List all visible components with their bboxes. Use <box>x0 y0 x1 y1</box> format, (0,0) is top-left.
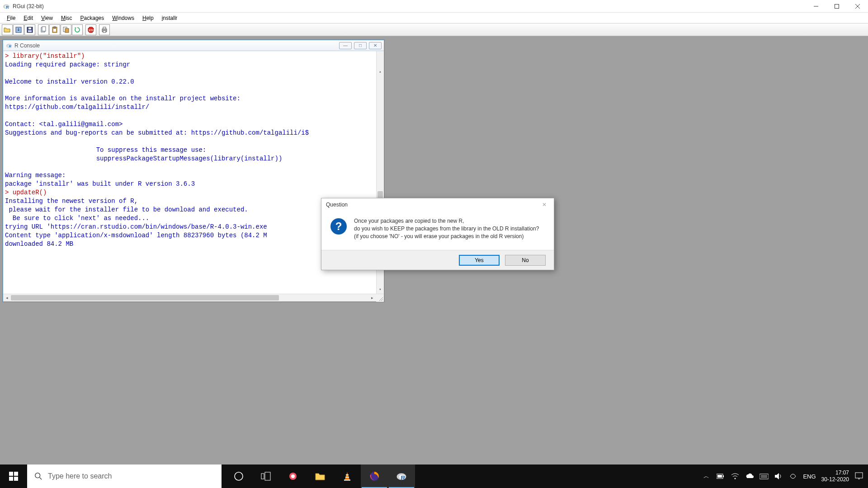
battery-icon[interactable] <box>716 474 725 479</box>
scroll-right-icon[interactable]: ▸ <box>368 294 376 301</box>
toolbar: STOP <box>0 23 868 36</box>
connect-icon[interactable] <box>788 473 797 480</box>
svg-line-27 <box>381 299 383 301</box>
wifi-icon[interactable] <box>731 473 740 479</box>
svg-rect-30 <box>9 477 13 481</box>
svg-rect-51 <box>760 474 769 479</box>
start-button[interactable] <box>0 465 27 488</box>
svg-marker-54 <box>775 473 779 479</box>
hscroll-thumb[interactable] <box>11 295 279 300</box>
console-title: R Console <box>14 42 40 49</box>
menu-file[interactable]: File <box>3 14 19 23</box>
stop-icon[interactable]: STOP <box>85 24 96 35</box>
menu-misc[interactable]: Misc <box>57 14 76 23</box>
svg-rect-28 <box>9 472 13 476</box>
vlc-icon[interactable] <box>334 465 361 488</box>
tray-chevron-icon[interactable]: ︿ <box>702 472 711 480</box>
console-maximize-button[interactable]: □ <box>354 42 367 49</box>
scroll-left-icon[interactable]: ◂ <box>3 294 11 301</box>
svg-point-32 <box>35 473 40 478</box>
svg-rect-15 <box>53 29 56 32</box>
svg-rect-12 <box>42 27 46 31</box>
keyboard-icon[interactable] <box>760 473 769 479</box>
svg-text:R: R <box>6 5 9 9</box>
svg-text:STOP: STOP <box>89 29 94 32</box>
no-button[interactable]: No <box>505 255 546 266</box>
svg-rect-48 <box>723 475 724 477</box>
app-snip-icon[interactable] <box>279 465 307 488</box>
horizontal-scrollbar[interactable]: ◂ ▸ <box>3 294 384 301</box>
svg-line-26 <box>379 297 383 301</box>
rgui-taskbar-icon[interactable]: R <box>388 465 415 488</box>
svg-point-34 <box>235 472 243 480</box>
dialog-title: Question <box>326 202 348 208</box>
volume-icon[interactable] <box>774 473 783 480</box>
console-minimize-button[interactable]: — <box>339 42 352 49</box>
question-dialog: Question ✕ ? Once your packages are copi… <box>321 198 554 270</box>
taskview-icon[interactable] <box>252 465 279 488</box>
question-icon: ? <box>330 218 347 235</box>
menu-packages[interactable]: Packages <box>76 14 108 23</box>
svg-point-38 <box>291 474 295 478</box>
menu-help[interactable]: Help <box>138 14 158 23</box>
search-icon <box>34 472 42 480</box>
file-explorer-icon[interactable] <box>307 465 334 488</box>
scroll-up-icon[interactable]: ▴ <box>377 68 384 76</box>
close-button[interactable] <box>847 0 868 13</box>
taskbar-search[interactable]: Type here to search <box>27 465 222 488</box>
menu-bar: File Edit View Misc Packages Windows Hel… <box>0 13 868 23</box>
clock[interactable]: 17:07 30-12-2020 <box>821 469 849 483</box>
console-close-button[interactable]: ✕ <box>369 42 382 49</box>
maximize-button[interactable] <box>826 0 847 13</box>
svg-rect-35 <box>261 474 264 479</box>
refresh-icon[interactable] <box>72 24 83 35</box>
minimize-button[interactable] <box>806 0 826 13</box>
dialog-titlebar[interactable]: Question ✕ <box>321 198 554 211</box>
svg-rect-17 <box>65 28 69 33</box>
console-titlebar[interactable]: R R Console — □ ✕ <box>3 40 384 51</box>
cortana-icon[interactable] <box>225 465 252 488</box>
svg-rect-22 <box>103 31 106 33</box>
copypaste-icon[interactable] <box>61 24 71 35</box>
resize-grip-icon[interactable] <box>376 294 384 302</box>
paste-icon[interactable] <box>49 24 60 35</box>
svg-rect-21 <box>103 27 106 29</box>
onedrive-icon[interactable] <box>745 473 754 479</box>
window-title: RGui (32-bit) <box>13 3 44 9</box>
language-indicator[interactable]: ENG <box>803 473 816 480</box>
menu-view[interactable]: View <box>37 14 57 23</box>
svg-rect-10 <box>28 30 32 32</box>
svg-rect-55 <box>855 473 863 478</box>
print-icon[interactable] <box>99 24 110 35</box>
mdi-area: R R Console — □ ✕ > library("installr") … <box>0 36 868 488</box>
svg-rect-36 <box>265 472 270 480</box>
yes-button[interactable]: Yes <box>459 255 500 266</box>
scroll-down-icon[interactable]: ▾ <box>377 286 384 294</box>
rgui-window: R RGui (32-bit) File Edit View Misc Pack… <box>0 0 868 488</box>
menu-windows[interactable]: Windows <box>108 14 138 23</box>
svg-rect-31 <box>14 477 18 481</box>
svg-rect-9 <box>28 28 31 29</box>
svg-rect-29 <box>14 472 18 476</box>
menu-installr[interactable]: installr <box>158 14 182 23</box>
dialog-close-button[interactable]: ✕ <box>535 198 554 211</box>
save-workspace-icon[interactable] <box>24 24 35 35</box>
svg-marker-39 <box>345 472 349 479</box>
load-workspace-icon[interactable] <box>13 24 24 35</box>
dialog-message: Once your packages are copied to the new… <box>354 217 539 240</box>
svg-rect-41 <box>346 474 349 475</box>
notifications-icon[interactable] <box>854 472 863 480</box>
r-logo-icon: R <box>3 3 10 10</box>
svg-rect-49 <box>717 475 722 478</box>
svg-point-50 <box>735 478 736 479</box>
search-placeholder: Type here to search <box>48 472 112 480</box>
menu-edit[interactable]: Edit <box>19 14 37 23</box>
copy-icon[interactable] <box>38 24 49 35</box>
svg-text:R: R <box>401 474 406 481</box>
svg-rect-42 <box>345 477 349 478</box>
open-script-icon[interactable] <box>2 24 13 35</box>
svg-rect-4 <box>835 5 839 9</box>
firefox-icon[interactable] <box>361 465 388 488</box>
windows-taskbar: Type here to search R ︿ ENG 17:07 30-12-… <box>0 465 868 488</box>
svg-text:R: R <box>9 44 11 48</box>
